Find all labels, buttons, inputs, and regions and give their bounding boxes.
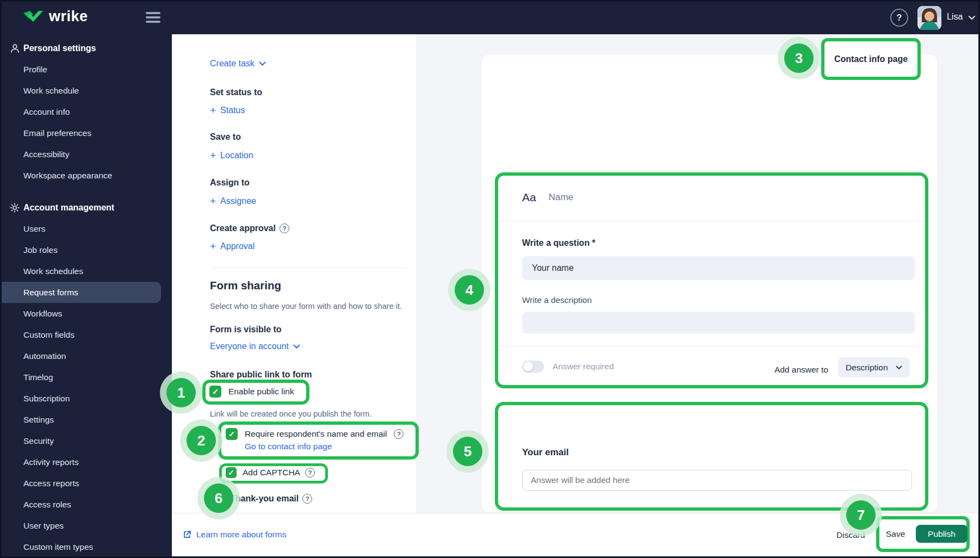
answer-required-toggle[interactable]: [522, 361, 544, 373]
annotation-box-enable-public-link: ✓ Enable public link: [202, 380, 309, 405]
sidebar-item-activity-reports[interactable]: Activity reports: [2, 451, 172, 473]
wrike-logo-icon: [22, 9, 44, 25]
sidebar-item-workflows[interactable]: Workflows: [2, 303, 172, 324]
sidebar-item-user-types[interactable]: User types: [2, 515, 172, 536]
question-type-label[interactable]: Name: [549, 192, 573, 203]
captcha-checkbox[interactable]: ✓: [226, 467, 237, 478]
annotation-box-save-publish: Save Publish: [876, 516, 970, 552]
sidebar-item-subscription[interactable]: Subscription: [2, 388, 172, 409]
require-respondent-label[interactable]: Require respondent's name and email: [245, 429, 387, 439]
thank-you-email-label: Thank-you email ?: [230, 494, 312, 504]
sidebar-item-access-reports[interactable]: Access reports: [2, 473, 172, 494]
your-email-label: Your email: [522, 447, 569, 458]
avatar[interactable]: [917, 6, 941, 30]
top-bar: wrike ? Lisa: [2, 2, 978, 34]
annotation-box-require-respondent: ✓ Require respondent's name and email ? …: [218, 421, 419, 460]
annotation-box-captcha: ✓ Add CAPTCHA ?: [219, 463, 328, 483]
help-icon[interactable]: ?: [305, 468, 315, 478]
sidebar-item-access-roles[interactable]: Access roles: [2, 494, 172, 515]
contact-info-page-tab[interactable]: Contact info page: [821, 38, 921, 80]
form-sharing-title: Form sharing: [210, 279, 281, 292]
help-icon[interactable]: ?: [280, 224, 289, 233]
add-status-link[interactable]: +Status: [210, 104, 245, 116]
help-icon[interactable]: ?: [302, 494, 312, 504]
person-icon: [9, 38, 21, 59]
annotation-circle-4: 4: [455, 275, 484, 305]
discard-button[interactable]: Discard: [836, 530, 865, 540]
write-description-label: Write a description: [522, 295, 592, 305]
gear-icon: [9, 197, 21, 218]
share-public-link-label: Share public link to form: [210, 370, 312, 380]
add-assignee-link[interactable]: +Assignee: [210, 195, 256, 207]
sidebar-item-security[interactable]: Security: [2, 430, 172, 451]
add-location-link[interactable]: +Location: [210, 150, 253, 162]
create-task-dropdown[interactable]: Create task: [210, 59, 266, 69]
sidebar-item-users[interactable]: Users: [2, 218, 172, 239]
sidebar-section-account-management[interactable]: Account management: [2, 197, 172, 218]
form-visible-dropdown[interactable]: Everyone in account: [210, 342, 300, 351]
external-link-icon: [183, 530, 191, 539]
chevron-down-icon[interactable]: [968, 15, 976, 20]
save-to-label: Save to: [210, 132, 241, 142]
enable-public-link-checkbox[interactable]: ✓: [209, 386, 221, 398]
sidebar-item-work-schedule[interactable]: Work schedule: [2, 80, 172, 101]
sidebar-section-personal-settings[interactable]: Personal settings: [2, 38, 172, 59]
save-button[interactable]: Save: [886, 529, 905, 539]
sidebar-item-work-schedules[interactable]: Work schedules: [2, 261, 172, 282]
answer-required-label: Answer required: [553, 362, 614, 371]
sidebar-item-custom-fields[interactable]: Custom fields: [2, 324, 172, 345]
write-question-label: Write a question *: [522, 238, 596, 248]
annotation-circle-1: 1: [166, 378, 196, 407]
app-window: wrike ? Lisa Personal settings ProfileWo…: [0, 0, 980, 558]
user-name[interactable]: Lisa: [947, 12, 963, 22]
sidebar-personal-items: ProfileWork scheduleAccount infoEmail pr…: [2, 59, 172, 186]
form-visible-label: Form is visible to: [210, 325, 282, 334]
assign-to-label: Assign to: [210, 178, 250, 188]
sidebar-item-timelog[interactable]: Timelog: [2, 367, 172, 388]
annotation-circle-6: 6: [204, 483, 233, 513]
annotation-box-your-email: Your email: [495, 402, 928, 511]
require-respondent-checkbox[interactable]: ✓: [226, 428, 238, 440]
captcha-label[interactable]: Add CAPTCHA: [243, 468, 300, 478]
wrike-logo[interactable]: wrike: [22, 8, 88, 25]
help-icon[interactable]: ?: [394, 429, 404, 439]
sidebar-item-email-preferences[interactable]: Email preferences: [2, 122, 172, 144]
text-field-type-icon: Aa: [522, 191, 536, 204]
sidebar-item-workspace-appearance[interactable]: Workspace appearance: [2, 165, 172, 186]
annotation-circle-5: 5: [453, 437, 482, 466]
sidebar-account-items: UsersJob rolesWork schedulesRequest form…: [2, 218, 172, 557]
sidebar-item-automation[interactable]: Automation: [2, 345, 172, 367]
sidebar-item-accessibility[interactable]: Accessibility: [2, 144, 172, 165]
create-approval-label: Create approval ?: [210, 224, 289, 233]
settings-sidebar: Personal settings ProfileWork scheduleAc…: [2, 34, 172, 558]
annotation-box-name-question: Aa Name Write a question * Write a descr…: [495, 172, 928, 388]
hamburger-menu-icon[interactable]: [146, 12, 160, 24]
sidebar-item-request-forms[interactable]: Request forms: [2, 282, 161, 303]
set-status-label: Set status to: [210, 88, 262, 97]
annotation-circle-2: 2: [187, 426, 216, 455]
enable-public-link-label[interactable]: Enable public link: [228, 387, 294, 396]
wrike-logo-text: wrike: [49, 8, 88, 25]
help-icon[interactable]: ?: [890, 9, 908, 27]
form-sharing-subtitle: Select who to share your form with and h…: [210, 302, 402, 311]
annotation-circle-3: 3: [784, 44, 814, 73]
add-answer-to-label: Add answer to: [774, 365, 828, 375]
link-note: Link will be created once you publish th…: [210, 410, 371, 418]
add-approval-link[interactable]: +Approval: [210, 240, 255, 252]
section-divider: [210, 268, 407, 268]
add-answer-to-dropdown[interactable]: Description: [838, 357, 910, 377]
sidebar-item-job-roles[interactable]: Job roles: [2, 239, 172, 261]
sidebar-item-account-info[interactable]: Account info: [2, 101, 172, 122]
sidebar-item-profile[interactable]: Profile: [2, 59, 172, 80]
goto-contact-info-link[interactable]: Go to contact info page: [245, 442, 415, 451]
question-input[interactable]: [522, 256, 915, 280]
learn-more-link[interactable]: Learn more about forms: [183, 530, 286, 540]
sidebar-item-settings[interactable]: Settings: [2, 409, 172, 430]
description-input[interactable]: [522, 312, 915, 333]
email-answer-input[interactable]: [522, 470, 912, 491]
sidebar-item-custom-item-types[interactable]: Custom item types: [2, 536, 172, 557]
annotation-circle-7: 7: [846, 500, 876, 530]
publish-button[interactable]: Publish: [916, 525, 967, 543]
